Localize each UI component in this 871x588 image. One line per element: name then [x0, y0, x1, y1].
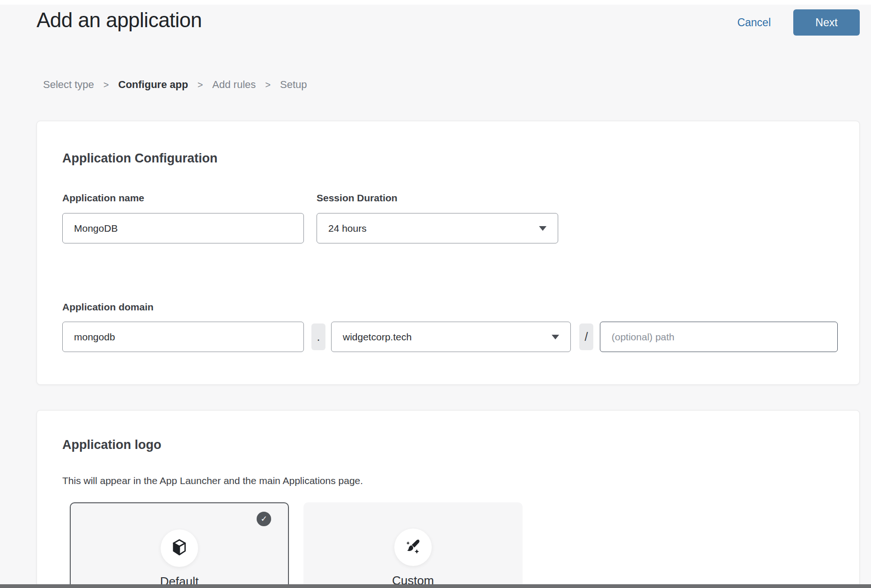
breadcrumb: Select type > Configure app > Add rules … — [43, 79, 307, 91]
domain-select[interactable]: widgetcorp.tech — [331, 322, 571, 352]
subdomain-input[interactable] — [62, 322, 304, 352]
domain-dot-separator: . — [311, 323, 325, 350]
page-title: Add an application — [37, 8, 202, 32]
breadcrumb-separator: > — [198, 80, 203, 90]
session-duration-select[interactable]: 24 hours — [317, 213, 558, 243]
chevron-down-icon — [539, 226, 546, 231]
breadcrumb-step-setup[interactable]: Setup — [280, 79, 307, 91]
window-top-strip — [0, 0, 871, 5]
cancel-button[interactable]: Cancel — [737, 16, 771, 29]
logo-option-custom[interactable]: Custom — [303, 502, 523, 588]
selected-check-icon: ✓ — [257, 512, 271, 526]
next-button[interactable]: Next — [793, 9, 860, 36]
domain-selected-value: widgetcorp.tech — [343, 331, 412, 343]
logo-option-default[interactable]: ✓ Default — [70, 502, 289, 588]
session-duration-label: Session Duration — [317, 192, 398, 204]
logo-card-title: Application logo — [62, 438, 161, 452]
logo-card-description: This will appear in the App Launcher and… — [62, 475, 363, 486]
default-logo-circle — [161, 529, 198, 567]
application-configuration-card: Application Configuration Application na… — [37, 121, 860, 385]
window-bottom-edge — [0, 584, 871, 588]
domain-slash-separator: / — [579, 323, 593, 350]
header-actions: Cancel Next — [737, 9, 860, 36]
breadcrumb-step-select-type[interactable]: Select type — [43, 79, 94, 91]
breadcrumb-separator: > — [103, 80, 109, 90]
application-domain-label: Application domain — [62, 301, 154, 313]
page-header: Add an application Cancel Next — [0, 5, 871, 47]
application-name-label: Application name — [62, 192, 144, 204]
breadcrumb-step-configure-app[interactable]: Configure app — [118, 79, 188, 91]
custom-logo-circle — [394, 529, 432, 566]
path-input[interactable] — [600, 322, 838, 352]
configuration-card-title: Application Configuration — [62, 151, 217, 166]
application-name-input[interactable] — [62, 213, 304, 243]
breadcrumb-separator: > — [265, 80, 271, 90]
application-logo-card: Application logo This will appear in the… — [37, 410, 860, 588]
session-duration-selected-value: 24 hours — [328, 223, 367, 234]
cube-icon — [170, 537, 189, 559]
chevron-down-icon — [552, 335, 559, 339]
breadcrumb-step-add-rules[interactable]: Add rules — [212, 79, 256, 91]
paintbrush-icon — [403, 536, 423, 559]
application-domain-row: . widgetcorp.tech / — [37, 322, 859, 352]
